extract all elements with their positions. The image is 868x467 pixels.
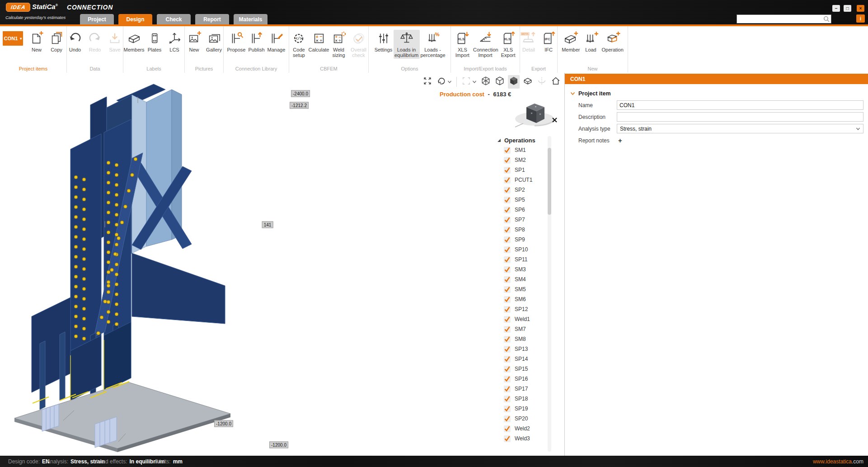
checkbox-checked[interactable] [504,376,511,382]
operation-item-sp5[interactable]: SP5 [497,195,550,205]
ribbon-button-weld-sizing[interactable]: +−×÷Weld sizing [329,30,349,59]
checkbox-checked[interactable] [504,396,511,402]
operation-item-weld2[interactable]: Weld2 [497,424,550,434]
operation-item-sp12[interactable]: SP12 [497,304,550,314]
operation-item-sp7[interactable]: SP7 [497,215,550,225]
ribbon-button-ifc[interactable]: IFCIFC [539,30,558,53]
checkbox-checked[interactable] [504,197,511,203]
checkbox-checked[interactable] [504,336,511,343]
checkbox-checked[interactable] [504,296,511,303]
info-button[interactable]: i [856,14,865,23]
input-name[interactable] [617,100,863,110]
home-button[interactable] [550,75,562,89]
ribbon-button-loads-in-equilibrium[interactable]: Loads in equilibrium [394,30,420,59]
cube-wire-button[interactable] [480,75,492,89]
operation-item-sp9[interactable]: SP9 [497,235,550,245]
operation-item-sm1[interactable]: SM1 [497,145,550,155]
ribbon-button-new[interactable]: New [27,30,47,53]
operation-item-sm7[interactable]: SM7 [497,324,550,334]
ribbon-button-new[interactable]: New [184,30,204,53]
ribbon-button-plates[interactable]: Plates [145,30,164,53]
ribbon-button-load[interactable]: Load [581,30,601,53]
ribbon-button-gallery[interactable]: Gallery [204,30,224,53]
operation-item-sp17[interactable]: SP17 [497,384,550,394]
cube-solid-button[interactable] [508,75,520,89]
checkbox-checked[interactable] [504,425,511,432]
scrollbar-thumb[interactable] [548,148,551,215]
tab-report[interactable]: Report [195,14,229,24]
ribbon-button-copy[interactable]: Copy [47,30,66,53]
checkbox-checked[interactable] [504,406,511,412]
viewport-3d[interactable]: Production cost - 6183 € -2400.0 -1212.2… [0,73,565,456]
checkbox-checked[interactable] [504,266,511,273]
input-description[interactable] [617,112,863,122]
operation-item-sp1[interactable]: SP1 [497,165,550,175]
checkbox-checked[interactable] [504,246,511,253]
ribbon-button-xls-export[interactable]: XLSXLS Export [497,30,520,59]
operation-item-sp10[interactable]: SP10 [497,245,550,255]
tab-project[interactable]: Project [80,14,114,24]
ribbon-button-connection-import[interactable]: Connection Import [474,30,497,59]
operation-item-sp2[interactable]: SP2 [497,185,550,195]
ribbon-button-loads-percentage[interactable]: %Loads - percentage [420,30,446,59]
operation-item-sm8[interactable]: SM8 [497,334,550,344]
checkbox-checked[interactable] [504,177,511,184]
minimize-button[interactable]: – [832,5,840,12]
project-selector[interactable]: CON1▾ [3,31,23,46]
model-3d[interactable] [0,81,244,456]
checkbox-checked[interactable] [504,256,511,263]
checkbox-checked[interactable] [504,316,511,323]
operations-header[interactable]: Operations [497,135,550,145]
tab-materials[interactable]: Materials [234,14,267,24]
operation-item-sm5[interactable]: SM5 [497,284,550,294]
operation-item-sm3[interactable]: SM3 [497,264,550,274]
checkbox-checked[interactable] [504,326,511,333]
checkbox-checked[interactable] [504,386,511,392]
ribbon-button-manage[interactable]: Manage [266,30,286,53]
checkbox-checked[interactable] [504,167,511,174]
operation-item-sp20[interactable]: SP20 [497,414,550,424]
tab-check[interactable]: Check [157,14,191,24]
ribbon-button-members[interactable]: Members [123,30,145,53]
operation-item-sp14[interactable]: SP14 [497,354,550,364]
checkbox-checked[interactable] [504,366,511,373]
operation-item-sp15[interactable]: SP15 [497,364,550,374]
operation-item-weld3[interactable]: Weld3 [497,434,550,443]
operation-item-sm4[interactable]: SM4 [497,274,550,284]
operation-item-sp13[interactable]: SP13 [497,344,550,354]
ribbon-button-publish[interactable]: Publish [246,30,266,53]
rotate-button[interactable] [436,75,453,89]
view-cube[interactable] [510,99,559,137]
checkbox-checked[interactable] [504,217,511,223]
ribbon-button-lcs[interactable]: LCS [164,30,184,53]
cube-clip-button[interactable] [522,75,534,89]
checkbox-checked[interactable] [504,415,511,422]
operation-item-sp8[interactable]: SP8 [497,225,550,235]
ribbon-button-calculate[interactable]: +−×÷Calculate [309,30,329,53]
checkbox-checked[interactable] [504,207,511,213]
checkbox-checked[interactable] [504,187,511,193]
website-link[interactable]: www.ideastatica.com [813,458,863,465]
operation-item-sp19[interactable]: SP19 [497,404,550,414]
checkbox-checked[interactable] [504,226,511,233]
checkbox-checked[interactable] [504,435,511,442]
ribbon-button-code-setup[interactable]: </>Code setup [289,30,309,59]
operation-item-sp16[interactable]: SP16 [497,374,550,384]
add-report-note-button[interactable]: + [618,137,622,144]
ribbon-button-propose[interactable]: Propose [226,30,247,53]
operation-item-sp11[interactable]: SP11 [497,255,550,264]
search-input[interactable] [737,16,823,22]
checkbox-checked[interactable] [504,306,511,313]
checkbox-checked[interactable] [504,356,511,363]
section-project-item[interactable]: Project item [570,90,868,97]
ribbon-button-settings[interactable]: Settings [374,30,394,53]
operation-item-sm2[interactable]: SM2 [497,155,550,165]
checkbox-checked[interactable] [504,147,511,154]
checkbox-checked[interactable] [504,346,511,353]
close-button[interactable]: × [857,5,864,12]
operation-item-sp18[interactable]: SP18 [497,394,550,404]
operation-item-weld1[interactable]: Weld1 [497,314,550,324]
fit-button[interactable] [422,75,433,89]
ribbon-button-undo[interactable]: Undo [65,30,85,53]
cube-edges-button[interactable] [494,75,506,89]
